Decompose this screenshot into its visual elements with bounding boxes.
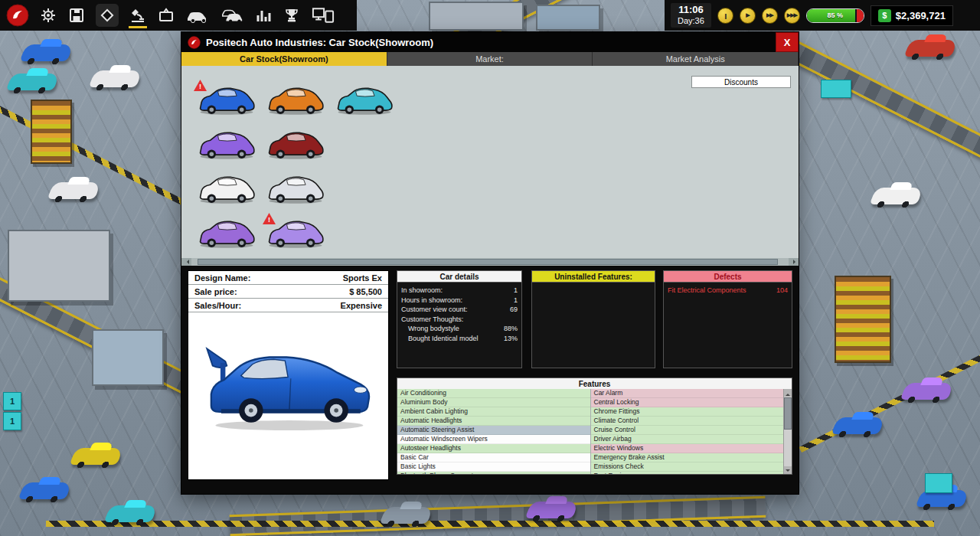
scroll-track: [191, 258, 789, 266]
feature-row[interactable]: Chrome Fittings: [591, 407, 784, 417]
feature-row[interactable]: Automatic Headlights: [397, 417, 590, 426]
showroom-car[interactable]: [264, 211, 328, 253]
scroll-thumb[interactable]: [198, 259, 779, 265]
factory-machine: [536, 5, 600, 31]
showroom-car[interactable]: [333, 78, 397, 119]
scroll-up-arrow[interactable]: [784, 389, 792, 397]
car-details-title: Car details: [397, 271, 521, 283]
design-name-label: Design Name:: [194, 273, 250, 283]
showroom-car[interactable]: [195, 211, 260, 253]
clock-day: Day:36: [678, 16, 704, 26]
features-column-left: Air ConditioningAluminium BodyAmbient Ca…: [397, 389, 591, 474]
discounts-button[interactable]: Discounts: [691, 76, 791, 88]
uninstalled-features-panel: Uninstalled Features:: [531, 270, 655, 368]
research-icon[interactable]: [127, 5, 149, 26]
game-clock: 11:06 Day:36: [671, 3, 711, 28]
detail-panel: Design Name:Sports Ex Sale price:$ 85,50…: [181, 266, 799, 494]
pause-button[interactable]: ||: [717, 8, 733, 24]
hud-button[interactable]: [821, 80, 851, 98]
showroom-car[interactable]: [264, 78, 328, 119]
screens-icon[interactable]: [309, 5, 337, 26]
showroom-car[interactable]: [195, 78, 260, 119]
hud-button[interactable]: [925, 473, 952, 493]
save-icon[interactable]: [66, 5, 87, 26]
features-scrollbar[interactable]: [783, 389, 792, 474]
car-design-icon[interactable]: [184, 5, 211, 26]
hud-badge[interactable]: 1: [3, 412, 21, 430]
car-details-panel: Car details In showroom:1 Hours in showr…: [397, 270, 522, 368]
money-amount: $2,369,721: [896, 10, 946, 21]
fastest-forward-button[interactable]: ▶▶▶: [784, 8, 800, 24]
feature-row[interactable]: Central Locking: [591, 398, 784, 407]
defects-title: Defects: [664, 271, 792, 283]
tab-market-analysis[interactable]: Market Analysis: [593, 52, 799, 66]
car-stock-window: Positech Auto Industries: Car Stock(Show…: [181, 32, 799, 494]
feature-row[interactable]: Fast Engine: [591, 472, 784, 474]
stats-chart-icon[interactable]: [253, 5, 274, 26]
feature-row[interactable]: Aluminium Body: [397, 398, 590, 407]
window-titlebar[interactable]: Positech Auto Industries: Car Stock(Show…: [181, 32, 799, 52]
feature-row[interactable]: Ambient Cabin Lighting: [397, 407, 590, 417]
showroom-car[interactable]: [195, 167, 260, 208]
background-car: [6, 74, 60, 90]
features-panel: Features Air ConditioningAluminium BodyA…: [397, 377, 792, 475]
window-title: Positech Auto Industries: Car Stock(Show…: [206, 37, 433, 48]
feature-row[interactable]: Basic Car: [397, 453, 590, 462]
scroll-down-arrow[interactable]: [784, 466, 792, 474]
money-display[interactable]: $ $2,369,721: [871, 5, 953, 26]
scroll-left-arrow[interactable]: [181, 258, 191, 266]
feature-row[interactable]: Car Alarm: [591, 389, 784, 398]
feature-row[interactable]: Autosteer Headlights: [397, 444, 590, 453]
tab-market[interactable]: Market:: [387, 52, 593, 66]
feature-row[interactable]: Air Conditioning: [397, 389, 590, 398]
background-car: [380, 507, 434, 524]
showroom-car[interactable]: [333, 167, 397, 208]
showroom-car[interactable]: [333, 211, 397, 253]
play-button[interactable]: ▶: [740, 8, 756, 24]
feature-row[interactable]: Automatic Windscreen Wipers: [397, 435, 590, 444]
car-showroom-icon[interactable]: [218, 5, 246, 26]
sales-hour-label: Sales/Hour:: [194, 301, 241, 310]
feature-row[interactable]: Cruise Control: [591, 426, 784, 435]
feature-row[interactable]: Driver Airbag: [591, 435, 784, 444]
feature-row[interactable]: Climate Control: [591, 417, 784, 426]
feature-row[interactable]: Bluetooth Phone Support: [397, 472, 590, 474]
showroom-horizontal-scrollbar[interactable]: [181, 258, 799, 266]
tab-car-stock[interactable]: Car Stock(Showroom): [181, 52, 387, 66]
features-title: Features: [397, 378, 792, 390]
background-car: [20, 44, 74, 61]
scroll-right-arrow[interactable]: [789, 258, 799, 266]
fast-forward-button[interactable]: ▶▶: [762, 8, 778, 24]
hazard-stripe: [46, 521, 934, 527]
settings-gear-icon[interactable]: [38, 5, 59, 26]
features-scroll-thumb[interactable]: [784, 397, 792, 430]
hud-badge[interactable]: 1: [3, 392, 21, 410]
logo-icon[interactable]: [5, 2, 31, 28]
feature-row[interactable]: Basic Lights: [397, 462, 590, 472]
feature-row[interactable]: Emissions Check: [591, 462, 784, 472]
features-column-right: Car AlarmCentral LockingChrome FittingsC…: [591, 389, 785, 474]
media-tv-icon[interactable]: [155, 5, 177, 26]
design-card: Design Name:Sports Ex Sale price:$ 85,50…: [188, 270, 389, 480]
car-details-rows: In showroom:1 Hours in showroom:1 Custom…: [397, 283, 521, 346]
showroom-car[interactable]: [264, 123, 328, 164]
uninstalled-features-list: [532, 283, 655, 289]
feature-row[interactable]: Automatic Steering Assist: [397, 426, 590, 435]
background-car: [870, 188, 924, 204]
background-car: [47, 182, 102, 199]
car-sprite: [195, 129, 258, 161]
showroom-car[interactable]: [333, 123, 397, 164]
sale-price-value: $ 85,500: [349, 287, 382, 296]
parts-icon[interactable]: [94, 2, 120, 28]
background-car: [525, 502, 580, 518]
feature-row[interactable]: Emergency Brake Assist: [591, 453, 784, 462]
sale-price-label: Sale price:: [194, 287, 237, 296]
feature-row[interactable]: Electric Windows: [591, 444, 784, 453]
trophy-icon[interactable]: [281, 5, 302, 26]
close-button[interactable]: X: [776, 32, 799, 52]
efficiency-meter[interactable]: 85 %: [806, 8, 864, 23]
car-detail-row: Wrong bodystyle88%: [401, 324, 518, 334]
factory-machine: [92, 329, 164, 386]
showroom-car[interactable]: [264, 167, 328, 208]
showroom-car[interactable]: [195, 123, 260, 164]
